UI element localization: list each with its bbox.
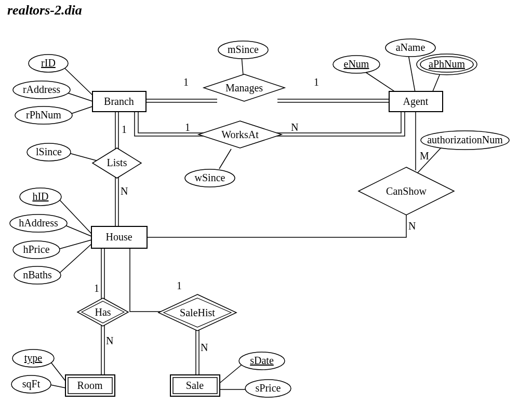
attr-lSince-label: lSince [36, 146, 62, 157]
card-canshow-house: N [408, 220, 416, 232]
diagram-title: realtors-2.dia [7, 3, 82, 18]
rel-has: Has [77, 298, 128, 326]
rel-canshow: CanShow [358, 167, 454, 215]
attr-hPrice-label: hPrice [23, 244, 49, 255]
card-manages-branch: 1 [183, 76, 189, 88]
attr-sDate-label: sDate [250, 355, 274, 366]
card-worksat-branch: 1 [185, 122, 190, 133]
entity-house-label: House [105, 231, 132, 243]
attr-aName-label: aName [396, 42, 425, 53]
rel-manages-label: Manages [225, 82, 263, 94]
card-salehist-sale: N [201, 342, 208, 353]
svg-line-9 [415, 144, 444, 176]
card-lists-branch: 1 [122, 124, 127, 135]
attr-wSince-label: wSince [195, 172, 225, 183]
rel-lists: Lists [92, 148, 141, 178]
attr-hID-label: hID [32, 191, 48, 202]
attr-rAddress-label: rAddress [23, 84, 60, 95]
svg-line-7 [408, 55, 416, 95]
card-manages-agent: 1 [314, 76, 319, 88]
entity-sale-label: Sale [186, 380, 204, 391]
rel-worksat: WorksAt [198, 121, 282, 148]
entity-agent-label: Agent [403, 96, 429, 107]
er-diagram: realtors-2.dia [0, 0, 532, 404]
entity-sale: Sale [170, 375, 220, 396]
card-worksat-agent: N [291, 122, 298, 133]
entity-room-label: Room [77, 380, 103, 391]
attr-sqFt-label: sqFt [22, 378, 41, 390]
card-has-room: N [106, 335, 113, 346]
attr-authNum-label: authorizationNum [427, 134, 503, 145]
attr-eNum-label: eNum [344, 58, 369, 70]
rel-manages: Manages [204, 74, 285, 101]
card-has-house: 1 [94, 282, 99, 294]
svg-line-5 [219, 149, 231, 169]
svg-line-13 [57, 244, 91, 275]
attr-rID-label: rID [41, 57, 56, 69]
entity-branch: Branch [92, 91, 146, 112]
rel-canshow-label: CanShow [386, 185, 427, 197]
card-canshow-agent: M [420, 150, 429, 161]
rel-has-label: Has [95, 306, 111, 318]
rel-salehist-label: SaleHist [180, 307, 215, 318]
card-salehist-house: 1 [177, 280, 182, 291]
entity-house: House [91, 226, 147, 248]
entity-branch-label: Branch [104, 96, 134, 107]
attr-type-label: type [24, 352, 43, 364]
entity-agent: Agent [389, 91, 443, 112]
entity-room: Room [65, 375, 115, 396]
attr-mSince-label: mSince [228, 44, 259, 55]
attr-hAddress-label: hAddress [19, 217, 58, 228]
rel-lists-label: Lists [107, 157, 127, 168]
rel-worksat-label: WorksAt [221, 129, 259, 140]
svg-line-12 [56, 240, 91, 250]
card-lists-house: N [121, 185, 128, 197]
attr-rPhNum-label: rPhNum [26, 109, 61, 120]
attr-aPhNum-label: aPhNum [429, 58, 465, 70]
svg-line-16 [218, 363, 243, 384]
rel-salehist: SaleHist [158, 294, 236, 331]
attr-sPrice-label: sPrice [256, 382, 281, 394]
attr-nBaths-label: nBaths [23, 269, 52, 280]
